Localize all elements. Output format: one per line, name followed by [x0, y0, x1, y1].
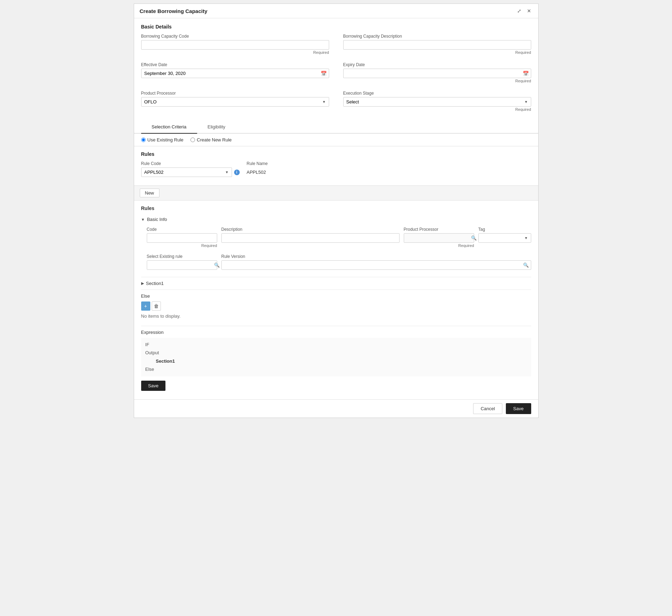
- select-existing-rule-label: Select Existing rule: [147, 254, 217, 259]
- execution-stage-wrapper: Select ▼: [343, 97, 531, 107]
- rule-name-value: APPL502: [247, 167, 531, 175]
- expiry-date-label: Expiry Date: [343, 62, 531, 67]
- expr-output-row: Output Section1: [145, 349, 527, 365]
- effective-date-input[interactable]: [142, 69, 319, 78]
- inner-product-processor-label: Product Processor: [404, 227, 474, 232]
- inner-product-processor-field: Product Processor 🔍 Required: [404, 227, 474, 248]
- borrowing-capacity-desc-input[interactable]: [343, 40, 531, 50]
- modal-title: Create Borrowing Capacity: [140, 8, 208, 14]
- rule-code-label: Rule Code: [141, 161, 240, 166]
- basic-info-header[interactable]: ▼ Basic Info: [141, 215, 531, 223]
- product-processor-select[interactable]: OFLO: [142, 97, 329, 106]
- product-processor-label: Product Processor: [141, 91, 329, 96]
- create-new-rule-radio[interactable]: [190, 138, 195, 142]
- rule-name-label: Rule Name: [247, 161, 531, 166]
- expiry-date-field: Expiry Date 📅 Required: [343, 62, 531, 83]
- create-new-rule-radio-label[interactable]: Create New Rule: [190, 137, 232, 142]
- expr-output-value: Section1: [156, 357, 527, 365]
- inner-product-processor-input[interactable]: [404, 234, 469, 242]
- code-required: Required: [147, 243, 217, 248]
- tag-field: Tag ▼: [478, 227, 531, 248]
- else-section: Else + 🗑 No items to display.: [141, 290, 531, 322]
- rule-version-search-icon[interactable]: 🔍: [521, 261, 531, 269]
- tabs-container: Selection Criteria Eligibility: [134, 121, 538, 134]
- rule-version-field: Rule Version 🔍: [221, 254, 531, 270]
- borrowing-capacity-desc-field: Borrowing Capacity Description Required: [343, 34, 531, 55]
- expiry-date-calendar-icon[interactable]: 📅: [521, 69, 531, 78]
- cancel-button[interactable]: Cancel: [473, 403, 502, 414]
- expression-body: IF Output Section1 Else: [141, 338, 531, 376]
- modal-header: Create Borrowing Capacity ⤢ ✕: [134, 4, 538, 18]
- borrowing-capacity-code-field: Borrowing Capacity Code Required: [141, 34, 329, 55]
- expression-label: Expression: [141, 326, 531, 338]
- rule-code-field: Rule Code APPL502 ▼ i: [141, 161, 240, 177]
- execution-stage-label: Execution Stage: [343, 91, 531, 96]
- borrowing-capacity-desc-required: Required: [343, 50, 531, 55]
- rules-fields: Rule Code APPL502 ▼ i Rule Name APPL502: [141, 161, 531, 177]
- effective-date-wrapper: 📅: [141, 69, 329, 78]
- create-new-rule-label: Create New Rule: [197, 137, 232, 142]
- expiry-date-input[interactable]: [344, 69, 521, 78]
- borrowing-capacity-code-input[interactable]: [141, 40, 329, 50]
- rules-section: Rules Rule Code APPL502 ▼ i Rule Name AP…: [134, 146, 538, 182]
- code-label: Code: [147, 227, 217, 232]
- expression-section: Expression IF Output Section1 Else: [141, 326, 531, 376]
- use-existing-rule-label: Use Existing Rule: [147, 137, 184, 142]
- expr-output-label: Output: [145, 350, 159, 355]
- modal-footer: Cancel Save: [134, 399, 538, 418]
- effective-date-calendar-icon[interactable]: 📅: [319, 69, 329, 78]
- effective-date-field: Effective Date 📅: [141, 62, 329, 83]
- new-btn-bar: New: [134, 185, 538, 201]
- expand-icon[interactable]: ⤢: [516, 7, 523, 14]
- select-existing-rule-field: Select Existing rule 🔍: [147, 254, 217, 270]
- description-field: Description: [221, 227, 400, 248]
- description-input[interactable]: [221, 233, 400, 243]
- new-button[interactable]: New: [140, 189, 159, 197]
- borrowing-capacity-desc-label: Borrowing Capacity Description: [343, 34, 531, 39]
- rule-version-label: Rule Version: [221, 254, 531, 259]
- description-label: Description: [221, 227, 400, 232]
- inner-rules-title: Rules: [141, 205, 531, 211]
- code-input[interactable]: [147, 233, 217, 243]
- section1-header[interactable]: ▶ Section1: [141, 277, 531, 290]
- borrowing-capacity-code-label: Borrowing Capacity Code: [141, 34, 329, 39]
- rule-version-input[interactable]: [222, 261, 521, 269]
- execution-stage-field: Execution Stage Select ▼ Required: [343, 91, 531, 112]
- expr-else: Else: [145, 365, 527, 373]
- rule-version-input-wrapper: 🔍: [221, 260, 531, 270]
- select-existing-rule-search-icon[interactable]: 🔍: [212, 261, 222, 269]
- inner-save-button[interactable]: Save: [141, 381, 166, 391]
- rule-code-select[interactable]: APPL502: [142, 168, 232, 177]
- use-existing-rule-radio-label[interactable]: Use Existing Rule: [141, 137, 184, 142]
- modal-container: Create Borrowing Capacity ⤢ ✕ Basic Deta…: [134, 4, 539, 418]
- else-label: Else: [141, 293, 531, 299]
- rules-section-title: Rules: [141, 151, 531, 157]
- basic-info-grid: Code Required Description Product Proces…: [147, 227, 531, 251]
- else-action-btns: + 🗑: [141, 301, 531, 311]
- section1-collapse-icon: ▶: [141, 281, 144, 286]
- select-existing-rule-input[interactable]: [147, 261, 212, 269]
- use-existing-rule-radio[interactable]: [141, 138, 146, 142]
- else-trash-button[interactable]: 🗑: [152, 301, 161, 311]
- tab-selection-criteria[interactable]: Selection Criteria: [141, 121, 197, 134]
- basic-details-section: Basic Details Borrowing Capacity Code Re…: [134, 18, 538, 121]
- product-processor-field: Product Processor OFLO ▼: [141, 91, 329, 112]
- rule-code-select-wrapper: APPL502 ▼: [141, 167, 232, 177]
- rule-code-info-icon[interactable]: i: [234, 170, 240, 175]
- inner-product-processor-search-icon[interactable]: 🔍: [469, 234, 479, 242]
- close-icon[interactable]: ✕: [526, 7, 533, 14]
- inner-product-processor-required: Required: [404, 243, 474, 248]
- tag-select[interactable]: [479, 234, 531, 242]
- borrowing-capacity-code-required: Required: [141, 50, 329, 55]
- basic-details-form: Borrowing Capacity Code Required Borrowi…: [141, 34, 531, 115]
- basic-info-row2: Select Existing rule 🔍 Rule Version 🔍: [147, 254, 531, 273]
- save-button[interactable]: Save: [506, 403, 531, 414]
- section1-label: Section1: [146, 281, 164, 286]
- expiry-date-wrapper: 📅: [343, 69, 531, 78]
- execution-stage-select[interactable]: Select: [344, 97, 531, 106]
- effective-date-label: Effective Date: [141, 62, 329, 67]
- else-add-button[interactable]: +: [141, 301, 150, 311]
- basic-details-title: Basic Details: [141, 24, 531, 30]
- tab-eligibility[interactable]: Eligibility: [197, 121, 236, 134]
- product-processor-wrapper: OFLO ▼: [141, 97, 329, 107]
